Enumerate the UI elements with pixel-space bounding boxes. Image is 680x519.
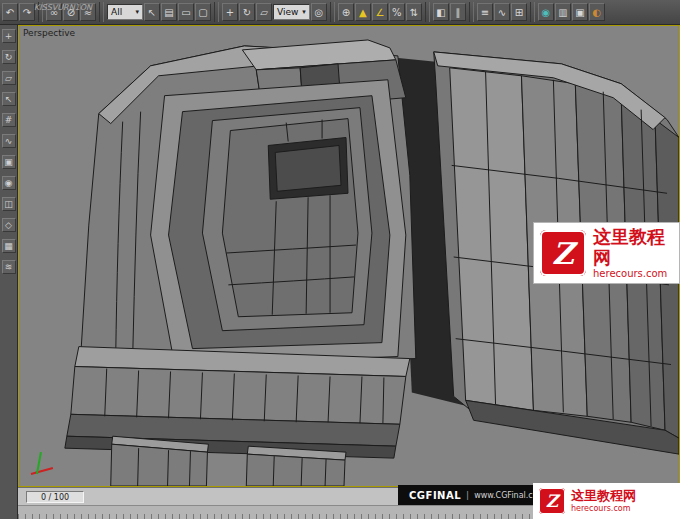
site-logo-mid: Z 这里教程网 herecours.com: [533, 222, 680, 284]
material-editor-icon[interactable]: ◉: [538, 3, 554, 21]
spinner-snap-icon[interactable]: ⇅: [406, 3, 422, 21]
left-tool-rotate-icon[interactable]: ↻: [2, 50, 16, 64]
use-pivot-center-icon[interactable]: ◎: [311, 3, 327, 21]
left-tool-sphere-icon[interactable]: ◉: [2, 176, 16, 190]
layer-manager-icon[interactable]: ≡: [477, 3, 493, 21]
percent-snap-icon[interactable]: %: [389, 3, 405, 21]
render-setup-icon[interactable]: ▣: [572, 3, 588, 21]
snap-toggle-icon[interactable]: ▲: [355, 3, 371, 21]
select-and-link-icon[interactable]: ∞: [46, 3, 62, 21]
left-tool-poly-icon[interactable]: ◇: [2, 218, 16, 232]
left-tool-wave-icon[interactable]: ≋: [2, 260, 16, 274]
schematic-view-icon[interactable]: ⊞: [511, 3, 527, 21]
left-tool-select-icon[interactable]: ↖: [2, 92, 16, 106]
unlink-selection-icon[interactable]: ⊘: [63, 3, 79, 21]
left-tool-scale-icon[interactable]: ▱: [2, 71, 16, 85]
mirror-icon[interactable]: ◧: [433, 3, 449, 21]
toolbar-separator: [214, 2, 219, 22]
cgfinal-url: www.CGFinal.c: [474, 491, 533, 500]
reference-coordinate-dropdown-label: View: [277, 7, 298, 17]
main-toolbar: ↶↷∞⊘≈All▾↖▤▭▢+↻▱View▾◎⊕▲∠%⇅◧∥≡∿⊞◉▥▣◐: [0, 0, 680, 25]
toolbar-separator: [330, 2, 335, 22]
left-tool-box-icon[interactable]: ▣: [2, 155, 16, 169]
select-by-name-icon[interactable]: ▤: [161, 3, 177, 21]
named-selection-icon[interactable]: ▥: [555, 3, 571, 21]
angle-snap-icon[interactable]: ∠: [372, 3, 388, 21]
left-tool-grid-icon[interactable]: #: [2, 113, 16, 127]
align-icon[interactable]: ∥: [450, 3, 466, 21]
site-logo-title: 这里教程网: [593, 227, 673, 268]
viewport-label[interactable]: Perspective: [23, 28, 75, 38]
redo-icon[interactable]: ↷: [19, 3, 35, 21]
cgfinal-separator: |: [466, 490, 469, 500]
site-logo-z-icon: Z: [539, 488, 565, 514]
site-logo-z-icon: Z: [540, 230, 586, 276]
toolbar-separator: [530, 2, 535, 22]
cgfinal-watermark: CGFINAL | www.CGFinal.c: [398, 485, 534, 505]
left-tool-mesh-icon[interactable]: ▦: [2, 239, 16, 253]
left-toolbar: +↻▱↖#∿▣◉◫◇▦≋: [0, 25, 18, 519]
left-tool-cylinder-icon[interactable]: ◫: [2, 197, 16, 211]
undo-icon[interactable]: ↶: [2, 3, 18, 21]
rectangular-selection-icon[interactable]: ▭: [178, 3, 194, 21]
toolbar-separator: [99, 2, 104, 22]
site-logo-title: 这里教程网: [571, 489, 636, 504]
select-and-scale-icon[interactable]: ▱: [256, 3, 272, 21]
chevron-down-icon: ▾: [302, 8, 306, 16]
left-tool-move-icon[interactable]: +: [2, 29, 16, 43]
toolbar-separator: [469, 2, 474, 22]
window-crossing-icon[interactable]: ▢: [195, 3, 211, 21]
select-and-move-icon[interactable]: +: [222, 3, 238, 21]
toolbar-separator: [38, 2, 43, 22]
select-and-manipulate-icon[interactable]: ⊕: [338, 3, 354, 21]
left-tool-curve-icon[interactable]: ∿: [2, 134, 16, 148]
curve-editor-icon[interactable]: ∿: [494, 3, 510, 21]
select-and-rotate-icon[interactable]: ↻: [239, 3, 255, 21]
site-logo-url: herecours.com: [571, 504, 636, 513]
site-logo-url: herecours.com: [593, 268, 673, 279]
chevron-down-icon: ▾: [135, 8, 139, 16]
frame-counter[interactable]: 0 / 100: [26, 491, 84, 503]
site-logo-bottom: Z 这里教程网 herecours.com: [533, 483, 680, 519]
app-window: ↶↷∞⊘≈All▾↖▤▭▢+↻▱View▾◎⊕▲∠%⇅◧∥≡∿⊞◉▥▣◐ KIS…: [0, 0, 680, 519]
selection-filter-dropdown-label: All: [111, 7, 122, 17]
cgfinal-brand: CGFINAL: [409, 490, 461, 501]
select-object-icon[interactable]: ↖: [144, 3, 160, 21]
toolbar-separator: [425, 2, 430, 22]
bind-to-space-warp-icon[interactable]: ≈: [80, 3, 96, 21]
reference-coordinate-dropdown[interactable]: View▾: [273, 4, 310, 20]
selection-filter-dropdown[interactable]: All▾: [107, 4, 143, 20]
quick-render-icon[interactable]: ◐: [589, 3, 605, 21]
